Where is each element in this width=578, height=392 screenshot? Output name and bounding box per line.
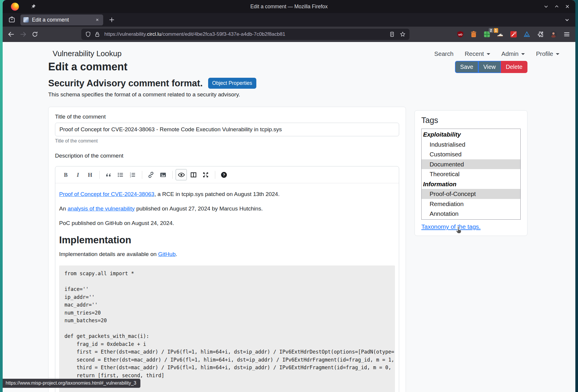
page-title: Edit a comment bbox=[48, 61, 127, 73]
italic-button[interactable]: I bbox=[72, 169, 83, 180]
trash-icon[interactable] bbox=[470, 30, 477, 38]
site-header: Vulnerability Lookup SearchRecentAdminPr… bbox=[3, 42, 575, 58]
reader-mode-icon[interactable] bbox=[389, 31, 395, 38]
object-properties-button[interactable]: Object Properties bbox=[208, 78, 256, 89]
taxonomy-link[interactable]: Taxonomy of the tags. bbox=[421, 223, 481, 230]
tag-option-remediation[interactable]: Remediation bbox=[422, 199, 520, 209]
nav-admin[interactable]: Admin bbox=[501, 50, 525, 57]
delete-button[interactable]: Delete bbox=[501, 61, 527, 73]
new-tab-button[interactable] bbox=[108, 16, 116, 24]
svg-text:I: I bbox=[76, 171, 79, 178]
github-link[interactable]: GitHub bbox=[158, 251, 176, 257]
toolbar-separator bbox=[172, 171, 173, 179]
tab-close-icon[interactable] bbox=[94, 17, 100, 23]
nav-label: Recent bbox=[465, 50, 484, 57]
preview-paragraph: PoC published on GitHub on August 24, 20… bbox=[59, 220, 395, 226]
schema-description: This schema specifies the format of a co… bbox=[3, 91, 575, 98]
preview-button[interactable] bbox=[176, 169, 187, 180]
ublock-origin-icon[interactable]: uO bbox=[456, 30, 464, 38]
tag-option-industrialised[interactable]: Industrialised bbox=[422, 140, 520, 150]
firefox-view-icon[interactable] bbox=[8, 16, 16, 24]
nav-label: Search bbox=[434, 50, 454, 57]
markdown-editor: BIH123? Proof of Concept for CVE-2024-38… bbox=[55, 166, 399, 392]
minimize-button[interactable] bbox=[542, 3, 550, 10]
maximize-button[interactable] bbox=[553, 3, 561, 10]
chevron-down-icon bbox=[521, 53, 525, 55]
tag-option-theoretical[interactable]: Theoretical bbox=[422, 169, 520, 179]
tags-listbox[interactable]: ExploitabilityIndustrialisedCustomisedDo… bbox=[421, 129, 521, 220]
browser-tab[interactable]: Edit a comment bbox=[20, 14, 103, 25]
image-button[interactable] bbox=[157, 169, 169, 180]
tab-favicon bbox=[23, 17, 29, 22]
svg-text:3: 3 bbox=[130, 175, 131, 177]
link-button[interactable] bbox=[145, 169, 156, 180]
preview-paragraph: Proof of Concept for CVE-2024-38063, a R… bbox=[59, 191, 395, 197]
green-grid-icon[interactable]: 2 bbox=[483, 30, 491, 38]
lock-icon[interactable] bbox=[94, 31, 101, 38]
site-brand[interactable]: Vulnerability Lookup bbox=[53, 49, 122, 58]
unordered-list-button[interactable] bbox=[115, 169, 126, 180]
side-by-side-button[interactable] bbox=[188, 169, 199, 180]
nav-profile[interactable]: Profile bbox=[536, 50, 559, 57]
bookmark-star-icon[interactable] bbox=[399, 31, 406, 38]
svg-text:ax: ax bbox=[526, 34, 528, 37]
tag-option-proof-of-concept[interactable]: Proof-of-Concept bbox=[422, 189, 520, 199]
nav-recent[interactable]: Recent bbox=[465, 50, 490, 57]
profile-avatar-icon[interactable] bbox=[550, 30, 557, 38]
title-input[interactable] bbox=[55, 123, 399, 136]
extension-icons: uO21ax bbox=[456, 27, 571, 42]
list-all-tabs-icon[interactable] bbox=[564, 16, 571, 23]
description-label: Description of the comment bbox=[55, 153, 399, 159]
implementation-heading: Implementation bbox=[59, 234, 395, 246]
save-button[interactable]: Save bbox=[455, 61, 478, 73]
window-title: Edit a comment — Mozilla Firefox bbox=[3, 4, 575, 10]
nav-label: Profile bbox=[536, 50, 553, 57]
window-titlebar: Edit a comment — Mozilla Firefox bbox=[3, 0, 575, 13]
tab-bar: Edit a comment bbox=[3, 13, 575, 27]
page-content: Vulnerability Lookup SearchRecentAdminPr… bbox=[3, 42, 575, 392]
nav-label: Admin bbox=[501, 50, 519, 57]
nav-search[interactable]: Search bbox=[434, 50, 454, 57]
tags-heading: Tags bbox=[421, 116, 521, 125]
puzzle-icon[interactable] bbox=[536, 30, 544, 38]
svg-text:B: B bbox=[64, 171, 68, 178]
ordered-list-button[interactable]: 123 bbox=[127, 169, 138, 180]
url-text: https://vulnerability.circl.lu/comment/e… bbox=[104, 31, 389, 37]
tag-group-label: Exploitability bbox=[422, 129, 520, 140]
main-nav: SearchRecentAdminProfile bbox=[434, 50, 566, 57]
back-button[interactable] bbox=[7, 30, 16, 39]
sneaker-icon[interactable]: 1 bbox=[496, 30, 504, 38]
forward-button[interactable] bbox=[19, 30, 27, 39]
reload-button[interactable] bbox=[30, 30, 39, 39]
svg-text:uO: uO bbox=[458, 33, 462, 36]
shield-icon[interactable] bbox=[85, 31, 91, 38]
tag-option-annotation[interactable]: Annotation bbox=[422, 209, 520, 219]
fullscreen-button[interactable] bbox=[200, 169, 211, 180]
cve-poc-link[interactable]: Proof of Concept for CVE-2024-38063 bbox=[59, 191, 154, 197]
tag-option-documented[interactable]: Documented bbox=[422, 159, 520, 169]
preview-paragraph: Implementation details are available on … bbox=[59, 251, 395, 257]
chevron-down-icon bbox=[487, 53, 490, 55]
svg-text:?: ? bbox=[223, 173, 225, 177]
title-helper-text: Title of the comment bbox=[55, 138, 399, 144]
action-buttons: Save View Delete bbox=[455, 61, 527, 73]
tag-option-customised[interactable]: Customised bbox=[422, 149, 520, 159]
guide-button[interactable]: ? bbox=[218, 169, 229, 180]
tag-group-label: Information bbox=[422, 179, 520, 189]
url-bar[interactable]: https://vulnerability.circl.lu/comment/e… bbox=[81, 29, 409, 40]
svg-text:H: H bbox=[88, 171, 92, 178]
quote-button[interactable] bbox=[103, 169, 114, 180]
magic-wand-icon[interactable] bbox=[510, 30, 517, 38]
toolbar-separator bbox=[215, 171, 215, 179]
tags-card: Tags ExploitabilityIndustrialisedCustomi… bbox=[415, 110, 527, 236]
browser-window: Edit a comment — Mozilla Firefox Edit a … bbox=[3, 0, 575, 392]
extension-badge: 1 bbox=[494, 28, 498, 33]
view-button[interactable]: View bbox=[478, 61, 501, 73]
firefox-logo-icon[interactable] bbox=[11, 3, 19, 11]
app-menu-icon[interactable] bbox=[563, 30, 571, 38]
bold-button[interactable]: B bbox=[60, 169, 71, 180]
heading-button[interactable]: H bbox=[84, 169, 95, 180]
close-button[interactable] bbox=[564, 3, 571, 10]
analysis-link[interactable]: analysis of the vulnerability bbox=[68, 205, 135, 212]
axe-devtools-icon[interactable]: ax bbox=[523, 30, 531, 38]
